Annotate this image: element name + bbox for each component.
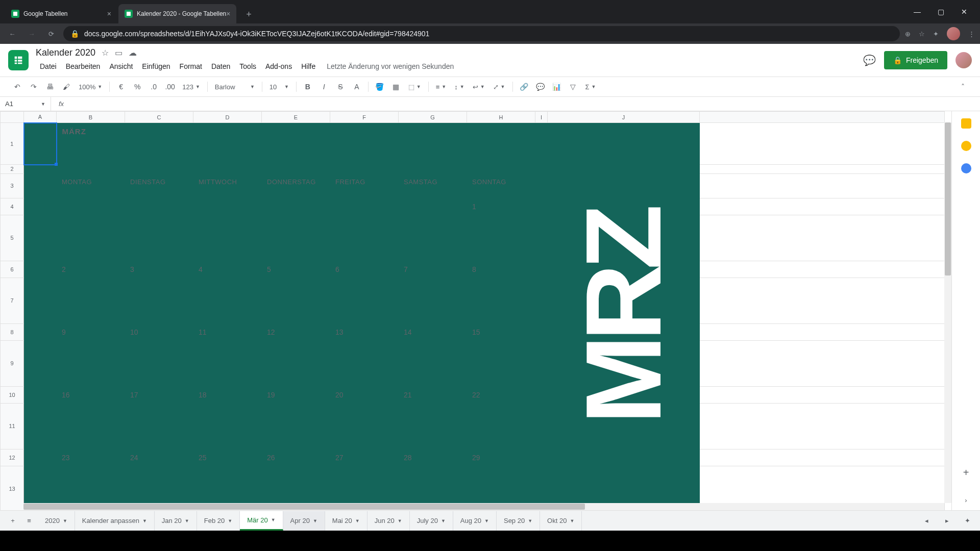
menu-view[interactable]: Ansicht (105, 60, 137, 72)
scroll-tabs-left-button[interactable]: ◂ (919, 513, 934, 529)
cell[interactable] (193, 123, 262, 165)
cell[interactable] (193, 340, 262, 386)
zoom-icon[interactable]: ⊕ (905, 30, 911, 38)
sheet-tab[interactable]: Okt 20▼ (540, 511, 582, 531)
menu-help[interactable]: Hilfe (297, 60, 320, 72)
font-size-select[interactable]: 10▼ (266, 83, 292, 91)
cell[interactable] (193, 215, 262, 261)
cell[interactable] (330, 198, 399, 215)
cell[interactable] (535, 386, 548, 403)
maximize-button[interactable]: ▢ (929, 4, 952, 20)
select-all-corner[interactable] (1, 112, 24, 123)
column-header[interactable]: C (125, 112, 193, 123)
wrap-button[interactable]: ↩▼ (470, 83, 488, 91)
cell[interactable] (399, 403, 467, 449)
cell[interactable] (399, 215, 467, 261)
fill-color-button[interactable]: 🪣 (373, 80, 387, 94)
cell[interactable] (700, 278, 945, 323)
cell[interactable] (700, 403, 945, 449)
cell[interactable] (24, 340, 57, 386)
cell[interactable]: 11 (193, 323, 262, 340)
cell[interactable]: 29 (467, 449, 535, 466)
chevron-down-icon[interactable]: ▼ (528, 518, 532, 523)
sheet-tab[interactable]: 2020▼ (38, 511, 75, 531)
browser-tab[interactable]: Google Tabellen × (5, 4, 117, 23)
cell[interactable] (193, 165, 262, 174)
star-icon[interactable]: ☆ (919, 30, 925, 38)
cell[interactable] (330, 215, 399, 261)
cell[interactable] (535, 198, 548, 215)
undo-button[interactable]: ↶ (10, 80, 24, 94)
chevron-down-icon[interactable]: ▼ (355, 518, 360, 523)
cell[interactable]: SONNTAG (467, 173, 535, 198)
cell[interactable]: 26 (262, 449, 330, 466)
cell[interactable] (330, 165, 399, 174)
cell[interactable] (467, 340, 535, 386)
cell[interactable]: 19 (262, 386, 330, 403)
cell[interactable]: 27 (330, 449, 399, 466)
chevron-down-icon[interactable]: ▼ (484, 518, 489, 523)
cell[interactable]: 25 (193, 449, 262, 466)
back-button[interactable]: ← (5, 27, 19, 41)
cell[interactable] (57, 215, 125, 261)
cell[interactable]: 18 (193, 386, 262, 403)
cell[interactable]: 2 (57, 261, 125, 278)
cell[interactable] (700, 165, 945, 174)
cell[interactable] (467, 123, 535, 165)
extensions-icon[interactable]: ✦ (933, 30, 939, 38)
cell[interactable] (535, 123, 548, 165)
decrease-decimal-button[interactable]: .0 (146, 80, 161, 94)
chevron-down-icon[interactable]: ▼ (63, 518, 67, 523)
move-doc-icon[interactable]: ▭ (115, 48, 122, 58)
cell[interactable]: 16 (57, 386, 125, 403)
add-sheet-button[interactable]: + (5, 513, 20, 529)
cell[interactable] (262, 165, 330, 174)
column-header[interactable]: G (399, 112, 467, 123)
os-taskbar[interactable] (0, 531, 980, 551)
cell[interactable] (330, 123, 399, 165)
column-header[interactable]: J (548, 112, 700, 123)
horizontal-scrollbar[interactable] (23, 503, 944, 510)
name-box[interactable]: A1 ▼ (0, 97, 51, 111)
cell[interactable] (399, 198, 467, 215)
cell[interactable] (399, 123, 467, 165)
cell[interactable] (57, 403, 125, 449)
doc-title[interactable]: Kalender 2020 (36, 47, 95, 58)
text-color-button[interactable]: A (350, 80, 364, 94)
cell[interactable]: 8 (467, 261, 535, 278)
cell[interactable] (57, 165, 125, 174)
scroll-tabs-right-button[interactable]: ▸ (939, 513, 954, 529)
menu-addons[interactable]: Add-ons (261, 60, 296, 72)
row-header[interactable]: 12 (1, 449, 24, 466)
redo-button[interactable]: ↷ (27, 80, 41, 94)
menu-tools[interactable]: Tools (235, 60, 260, 72)
cell[interactable] (125, 165, 193, 174)
cell[interactable]: SAMSTAG (399, 173, 467, 198)
cell[interactable]: 22 (467, 386, 535, 403)
row-header[interactable]: 10 (1, 386, 24, 403)
cell[interactable] (24, 165, 57, 174)
cell[interactable] (700, 340, 945, 386)
italic-button[interactable]: I (317, 80, 331, 94)
sheet-tab[interactable]: Kalender anpassen▼ (75, 511, 155, 531)
explore-button[interactable]: ✦ (960, 513, 975, 529)
sheets-logo-icon[interactable] (8, 50, 29, 70)
sheet-tab[interactable]: Apr 20▼ (283, 511, 325, 531)
cell[interactable]: 12 (262, 323, 330, 340)
merge-button[interactable]: ⬚▼ (405, 83, 424, 91)
cell[interactable]: MÄRZ (57, 123, 125, 165)
menu-edit[interactable]: Bearbeiten (62, 60, 105, 72)
cell[interactable]: MITTWOCH (193, 173, 262, 198)
bold-button[interactable]: B (301, 80, 315, 94)
share-button[interactable]: 🔒 Freigeben (884, 51, 947, 69)
cell[interactable]: DONNERSTAG (262, 173, 330, 198)
cell[interactable] (24, 173, 57, 198)
cell[interactable] (700, 449, 945, 466)
row-header[interactable]: 7 (1, 278, 24, 323)
cell[interactable] (262, 278, 330, 323)
tasks-icon[interactable] (961, 163, 971, 173)
cell[interactable] (24, 386, 57, 403)
sheet-tab[interactable]: Sep 20▼ (497, 511, 540, 531)
cell[interactable]: 14 (399, 323, 467, 340)
cell[interactable]: 28 (399, 449, 467, 466)
